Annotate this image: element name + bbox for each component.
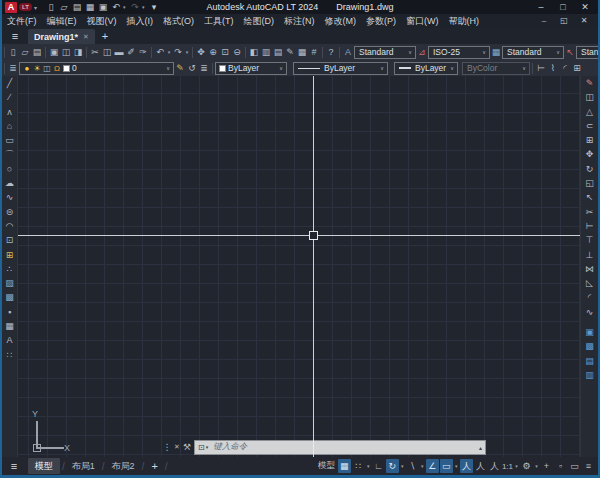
bring-text-front-icon[interactable]: ▤ — [583, 354, 596, 368]
chamfer-icon[interactable]: ◺ — [583, 276, 596, 290]
make-block-icon[interactable]: ⊞ — [3, 248, 16, 262]
point-icon[interactable]: ∴ — [3, 262, 16, 276]
send-to-back-icon[interactable]: ▩ — [583, 339, 596, 353]
mleader-style-combo[interactable]: Standard — [576, 46, 598, 59]
circle-icon[interactable]: ○ — [3, 162, 16, 176]
undo-icon[interactable]: ↶ — [154, 44, 166, 60]
blend-curves-icon[interactable]: ∿ — [583, 305, 596, 319]
batch-plot-icon[interactable]: ✑ — [137, 44, 149, 60]
annotation-scale-icon[interactable]: 人 — [488, 459, 501, 473]
polar-tracking-icon[interactable]: ↻ — [386, 459, 399, 473]
extend-icon[interactable]: ⊢ — [583, 219, 596, 233]
table-style-icon[interactable]: ▦ — [490, 44, 502, 60]
dim-style-combo[interactable]: ISO-25∨ — [428, 46, 490, 59]
quickcalc-icon[interactable]: # — [308, 44, 320, 60]
array-icon[interactable]: ⊞ — [583, 133, 596, 147]
palette-close-icon[interactable]: ✕ — [172, 443, 182, 451]
layer-on-bulb-icon[interactable]: ● — [22, 63, 32, 74]
arc-edit-icon[interactable]: ◜ — [559, 60, 571, 76]
hatch-icon[interactable]: ▨ — [3, 276, 16, 290]
layer-icon[interactable]: ▥ — [260, 44, 272, 60]
workspace-gear-icon[interactable]: ⚙ — [520, 459, 533, 473]
doc-restore-icon[interactable]: ◱ — [554, 14, 574, 28]
match-properties-icon[interactable]: ✐ — [125, 44, 137, 60]
markup-icon[interactable]: ✎ — [284, 44, 296, 60]
layer-previous-icon[interactable]: ↺ — [186, 60, 198, 76]
layout-menu-icon[interactable]: ≡ — [2, 460, 26, 472]
menu-parametric[interactable]: 参数(P) — [361, 14, 401, 28]
stretch-icon[interactable]: ↖ — [583, 190, 596, 204]
combo-caret-icon[interactable]: ∨ — [407, 49, 413, 55]
drawing-area[interactable]: Y X ⋮ ✕ ⚒ ⊡ ▾ 键入命令 ▴ — [18, 76, 580, 457]
layer-freeze-sun-icon[interactable]: ☀ — [32, 63, 42, 74]
workspace-gear-icon-caret[interactable]: ▾ — [534, 463, 539, 469]
open-icon[interactable]: ▱ — [58, 1, 70, 14]
menu-insert[interactable]: 插入(I) — [122, 14, 159, 28]
construction-line-icon[interactable]: ∕ — [3, 90, 16, 104]
gradient-icon[interactable]: ▩ — [3, 290, 16, 304]
annotation-scale-icon-label[interactable]: 1:1 — [502, 462, 513, 471]
close-button[interactable]: ✕ — [574, 0, 596, 14]
isolate-objects-icon[interactable]: ▫ — [554, 459, 567, 473]
save-icon[interactable]: ▤ — [31, 44, 43, 60]
object-snap-icon-caret[interactable]: ▾ — [454, 463, 459, 469]
palette-drag-handle[interactable]: ⋮ — [162, 442, 172, 452]
polygon-icon[interactable]: ⌂ — [3, 119, 16, 133]
palette-customize-icon[interactable]: ⚒ — [182, 442, 192, 452]
mirror-icon[interactable]: △ — [583, 105, 596, 119]
ortho-icon[interactable]: ∟ — [372, 459, 385, 473]
isodraft-icon-caret[interactable]: ▾ — [420, 463, 425, 469]
offset-icon[interactable]: ⊂ — [583, 119, 596, 133]
recent-commands-icon[interactable]: ▴ — [479, 444, 482, 451]
plot-preview-icon[interactable]: ◫ — [60, 44, 72, 60]
ellipse-icon[interactable]: ⊜ — [3, 205, 16, 219]
send-hatch-back-icon[interactable]: ▥ — [583, 368, 596, 382]
trim-icon[interactable]: ✂ — [583, 205, 596, 219]
point-style-icon[interactable]: ∷ — [3, 348, 16, 362]
doc-close-icon[interactable]: ✕ — [574, 14, 594, 28]
copy-clip-icon[interactable]: ◫ — [101, 44, 113, 60]
ellipse-arc-icon[interactable]: ◠ — [3, 219, 16, 233]
model-tab[interactable]: 模型 — [28, 458, 60, 474]
arc-icon[interactable]: ⌒ — [3, 147, 16, 161]
plot-icon[interactable]: ▣ — [48, 44, 60, 60]
color-combo[interactable]: ByLayer∨ — [215, 62, 287, 75]
linetype-combo[interactable]: ByLayer∨ — [293, 62, 388, 75]
grid-plus-icon[interactable]: ⊞ — [571, 60, 583, 76]
menu-modify[interactable]: 修改(M) — [320, 14, 362, 28]
break-icon[interactable]: ⊥ — [583, 248, 596, 262]
customization-plus-icon[interactable]: + — [540, 459, 553, 473]
command-prompt-icon[interactable]: ⊡ — [198, 443, 205, 452]
sheetset-icon[interactable]: ▤ — [272, 44, 284, 60]
rectangle-icon[interactable]: ▭ — [3, 133, 16, 147]
new-layout-button[interactable]: + — [144, 460, 164, 472]
menu-tools[interactable]: 工具(T) — [199, 14, 239, 28]
publish-icon[interactable]: ◨ — [72, 44, 84, 60]
menu-draw[interactable]: 绘图(D) — [239, 14, 280, 28]
combo-caret-icon[interactable]: ∨ — [555, 49, 561, 55]
insert-block-icon[interactable]: ⊡ — [3, 233, 16, 247]
polyline-icon[interactable]: ʌ — [3, 105, 16, 119]
menu-window[interactable]: 窗口(W) — [401, 14, 444, 28]
table-icon[interactable]: ▦ — [3, 319, 16, 333]
menu-help[interactable]: 帮助(H) — [444, 14, 485, 28]
polyline-edit-icon[interactable]: ⌇ — [547, 60, 559, 76]
properties-icon[interactable]: ◧ — [248, 44, 260, 60]
menu-file[interactable]: 文件(F) — [2, 14, 42, 28]
mleader-style-icon[interactable]: ↖ — [564, 44, 576, 60]
save-as-icon[interactable]: ▦ — [84, 1, 96, 14]
polar-tracking-icon-caret[interactable]: ▾ — [400, 463, 405, 469]
mtext-icon[interactable]: A — [3, 333, 16, 347]
redo-icon[interactable]: ↷ — [129, 1, 141, 14]
cut-icon[interactable]: ✂ — [89, 44, 101, 60]
undo-icon[interactable]: ↶ — [110, 1, 122, 14]
tab-close-icon[interactable]: ✕ — [83, 33, 89, 41]
redo-icon[interactable]: ↷ — [172, 44, 184, 60]
clean-screen-icon[interactable]: ≡ — [582, 459, 595, 473]
make-layer-current-icon[interactable]: ✎ — [174, 60, 186, 76]
autoscale-icon[interactable]: 人 — [474, 459, 487, 473]
zoom-window-icon[interactable]: ⊡ — [219, 44, 231, 60]
text-style-combo[interactable]: Standard∨ — [354, 46, 416, 59]
copy-icon[interactable]: ◫ — [583, 90, 596, 104]
open-icon[interactable]: ▱ — [19, 44, 31, 60]
